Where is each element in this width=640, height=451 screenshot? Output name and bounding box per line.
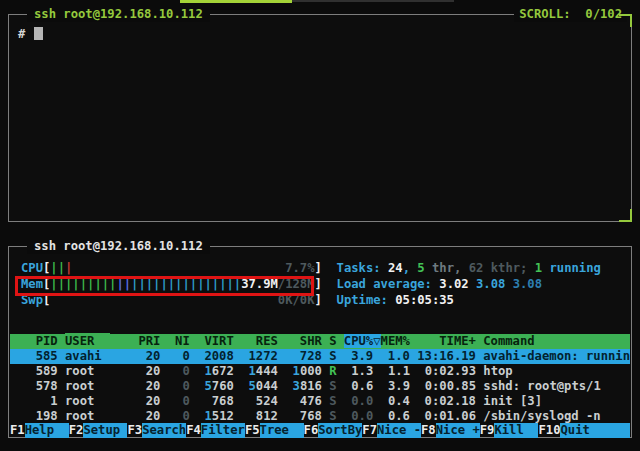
terminal-screen: ssh root@192.168.10.112 SCROLL: 0/102 # … bbox=[0, 0, 640, 451]
fkey-sortby[interactable]: F6SortBy bbox=[304, 423, 363, 438]
table-row[interactable]: 198 root 20 0 1512 812 768 S 0.0 0.6 0:0… bbox=[10, 409, 630, 424]
video-progress-artifact-track bbox=[292, 0, 454, 2]
active-pane-corner-icon bbox=[619, 209, 632, 222]
table-row[interactable]: 589 root 20 0 1672 1444 1000 R 1.3 1.1 0… bbox=[10, 364, 630, 379]
swap-meter-line: Swp[ 0K/0K] Uptime: 05:05:35 bbox=[10, 293, 630, 308]
mem-meter-line: Mem[||||||||||||||||||||||||||37.9M/128M… bbox=[10, 277, 630, 292]
bottom-pane-title: ssh root@192.168.10.112 bbox=[27, 239, 210, 254]
active-pane-corner-icon bbox=[619, 14, 632, 27]
fkey-quit[interactable]: F10Quit bbox=[538, 423, 630, 438]
fkey-help[interactable]: F1Help bbox=[10, 423, 69, 438]
htop-tab-bar: Main I/O bbox=[21, 318, 117, 333]
table-row-selected[interactable]: 585 avahi 20 0 2008 1272 728 S 3.9 1.0 1… bbox=[10, 349, 630, 364]
terminal-cursor bbox=[34, 27, 43, 40]
table-row[interactable]: 578 root 20 0 5760 5044 3816 S 0.6 3.9 0… bbox=[10, 379, 630, 394]
shell-prompt-line[interactable]: # bbox=[18, 27, 43, 42]
function-key-bar: F1Help F2Setup F3SearchF4FilterF5Tree F6… bbox=[10, 423, 630, 438]
process-table-header[interactable]: PID USER PRI NI VIRT RES SHR S CPU%▽MEM%… bbox=[10, 334, 630, 349]
shell-prompt: # bbox=[18, 27, 25, 41]
fkey-kill[interactable]: F9Kill bbox=[480, 423, 539, 438]
fkey-tree[interactable]: F5Tree bbox=[245, 423, 304, 438]
video-progress-artifact bbox=[180, 0, 292, 3]
fkey-search[interactable]: F3Search bbox=[127, 423, 186, 438]
table-row[interactable]: 1 root 20 0 768 524 476 S 0.0 0.4 0:02.1… bbox=[10, 394, 630, 409]
fkey-nice-[interactable]: F8Nice + bbox=[421, 423, 480, 438]
cpu-meter-line: CPU[||| 7.7%] Tasks: 24, 5 thr, 62 kthr;… bbox=[10, 261, 630, 276]
top-pane-title: ssh root@192.168.10.112 bbox=[27, 7, 210, 22]
fkey-filter[interactable]: F4Filter bbox=[186, 423, 245, 438]
fkey-setup[interactable]: F2Setup bbox=[69, 423, 128, 438]
scroll-indicator: SCROLL: 0/102 bbox=[514, 7, 627, 22]
top-terminal-pane[interactable]: ssh root@192.168.10.112 SCROLL: 0/102 # bbox=[8, 14, 632, 222]
bottom-terminal-pane[interactable]: ssh root@192.168.10.112 CPU[||| 7.7%] Ta… bbox=[8, 246, 632, 438]
fkey-nice-[interactable]: F7Nice - bbox=[362, 423, 421, 438]
